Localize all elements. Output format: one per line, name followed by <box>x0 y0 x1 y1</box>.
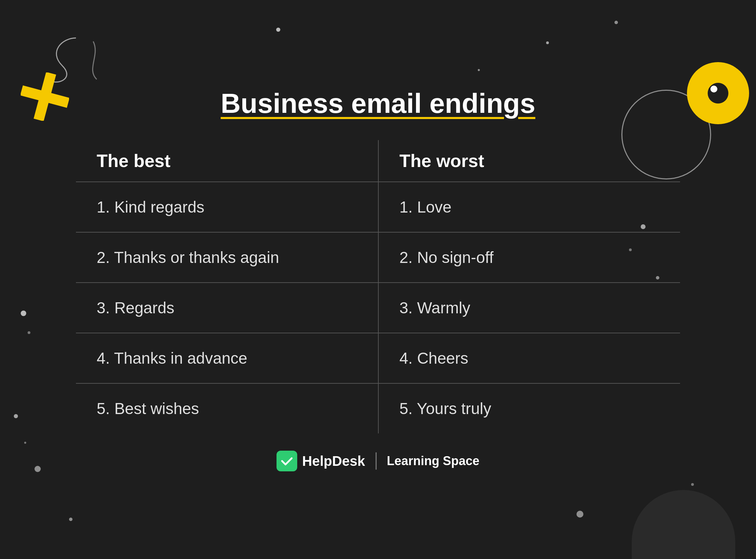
comparison-table: The best The worst 1. Kind regards 1. Lo… <box>76 140 680 433</box>
deco-plus-icon <box>21 72 69 121</box>
deco-dot-2 <box>546 41 549 44</box>
table-row: 3. Regards 3. Warmly <box>76 283 680 333</box>
best-3: 3. Regards <box>76 283 378 333</box>
deco-dot-13 <box>69 518 72 521</box>
page-title: Business email endings <box>221 88 535 119</box>
deco-dot-12 <box>35 466 41 472</box>
brand-logo: HelpDesk <box>277 451 365 471</box>
table-header: The best The worst <box>76 140 680 182</box>
deco-dot-15 <box>691 483 694 486</box>
deco-arc <box>632 490 735 559</box>
worst-1: 1. Love <box>378 182 680 232</box>
footer-subtitle: Learning Space <box>387 454 479 468</box>
worst-3: 3. Warmly <box>378 283 680 333</box>
worst-5: 5. Yours truly <box>378 384 680 433</box>
best-5: 5. Best wishes <box>76 384 378 433</box>
table-row: 1. Kind regards 1. Love <box>76 182 680 233</box>
main-container: Business email endings The best The wors… <box>76 88 680 471</box>
best-1: 1. Kind regards <box>76 182 378 232</box>
brand-name: HelpDesk <box>302 453 365 469</box>
deco-dot-14 <box>576 511 583 518</box>
worst-4: 4. Cheers <box>378 333 680 383</box>
deco-dot-1 <box>276 28 280 32</box>
right-column-header: The worst <box>378 140 680 182</box>
best-2: 2. Thanks or thanks again <box>76 233 378 282</box>
title-section: Business email endings <box>76 88 680 119</box>
checkmark-icon <box>280 454 294 468</box>
table-body: 1. Kind regards 1. Love 2. Thanks or tha… <box>76 182 680 433</box>
footer: HelpDesk Learning Space <box>76 451 680 471</box>
deco-dot-9 <box>28 331 30 334</box>
logo-icon <box>277 451 297 471</box>
worst-2: 2. No sign-off <box>378 233 680 282</box>
table-row: 2. Thanks or thanks again 2. No sign-off <box>76 233 680 283</box>
deco-circle-eye <box>687 62 749 124</box>
table-row: 5. Best wishes 5. Yours truly <box>76 384 680 433</box>
deco-dot-11 <box>24 442 26 444</box>
deco-dot-8 <box>21 311 26 316</box>
left-column-header: The best <box>76 140 378 182</box>
best-4: 4. Thanks in advance <box>76 333 378 383</box>
footer-divider <box>376 452 377 470</box>
deco-dot-3 <box>614 21 618 24</box>
deco-dot-10 <box>14 414 18 418</box>
table-row: 4. Thanks in advance 4. Cheers <box>76 333 680 384</box>
deco-dot-4 <box>478 69 480 71</box>
